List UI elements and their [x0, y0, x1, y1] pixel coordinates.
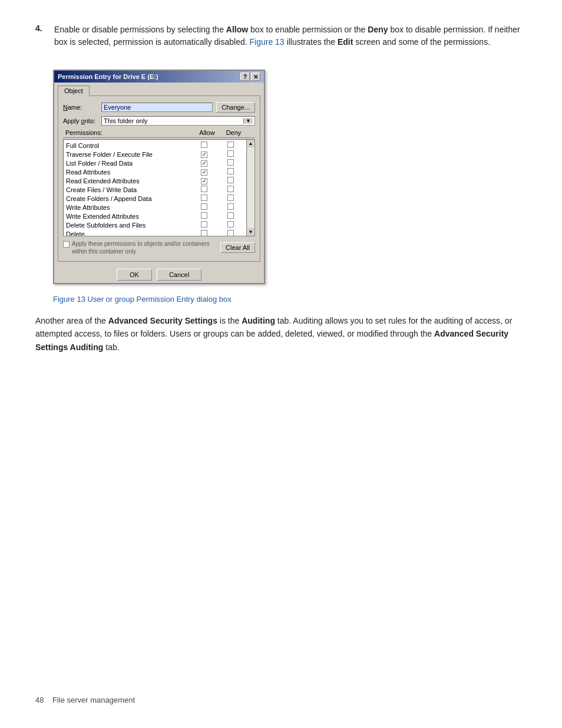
- step-text-before: Enable or disable permissions by selecti…: [54, 25, 226, 34]
- ok-button[interactable]: OK: [117, 269, 152, 281]
- checkbox-deny-fullcontrol[interactable]: [227, 141, 234, 148]
- perm-allow-deletesubfolders[interactable]: [191, 221, 217, 229]
- checkbox-deny-writeattr[interactable]: [227, 203, 234, 210]
- checkbox-deny-createfiles[interactable]: [227, 186, 234, 192]
- apply-label: Apply onto:: [63, 117, 101, 124]
- perm-name: Create Folders / Append Data: [66, 195, 191, 202]
- footer-section: File server management: [52, 696, 135, 704]
- step-text-end: screen and some of the permissions.: [353, 37, 490, 47]
- perm-deny-writeextattr[interactable]: [217, 212, 244, 220]
- checkbox-allow-deletesubfolders[interactable]: [201, 221, 207, 228]
- checkbox-allow-traverse[interactable]: [201, 151, 207, 158]
- step-number: 4.: [35, 24, 47, 48]
- checkbox-allow-delete[interactable]: [201, 230, 207, 236]
- perm-row-fullcontrol: Full Control: [64, 141, 254, 150]
- perm-allow-writeextattr[interactable]: [191, 212, 217, 220]
- auditing-bold: Auditing: [242, 316, 275, 325]
- perm-row-createfiles: Create Files / Write Data: [64, 185, 254, 194]
- perm-divider: [63, 137, 255, 138]
- checkbox-deny-delete[interactable]: [227, 230, 234, 236]
- deny-bold: Deny: [368, 25, 388, 34]
- name-row: Name: Everyone Change...: [63, 102, 255, 113]
- perm-allow-createfiles[interactable]: [191, 186, 217, 193]
- perm-row-readattr: Read Attributes: [64, 167, 254, 176]
- checkbox-deny-readextattr[interactable]: [227, 177, 234, 183]
- permissions-header: Permissions: Allow Deny: [63, 129, 255, 136]
- perm-row-readextattr: Read Extended Attributes: [64, 176, 254, 185]
- perm-deny-fullcontrol[interactable]: [217, 141, 244, 149]
- scroll-down-icon[interactable]: ▼: [247, 228, 254, 236]
- checkbox-deny-traverse[interactable]: [227, 150, 234, 157]
- perm-header-name: Permissions:: [65, 129, 194, 136]
- scroll-track: [247, 147, 254, 228]
- perm-name: Write Extended Attributes: [66, 213, 191, 220]
- tab-object[interactable]: Object: [58, 85, 90, 96]
- checkbox-allow-readattr[interactable]: [201, 169, 207, 176]
- perm-deny-readattr[interactable]: [217, 168, 244, 176]
- perm-deny-deletesubfolders[interactable]: [217, 221, 244, 229]
- checkbox-allow-fullcontrol[interactable]: [201, 141, 207, 148]
- checkbox-allow-writeextattr[interactable]: [201, 212, 207, 219]
- apply-select-value: This folder only: [104, 117, 148, 124]
- perm-row-listfolder: List Folder / Read Data: [64, 159, 254, 167]
- para-mid1: is the: [217, 316, 242, 325]
- checkbox-allow-readextattr[interactable]: [201, 178, 207, 185]
- dialog-title: Permission Entry for Drive E (E:): [58, 73, 158, 80]
- perm-allow-listfolder[interactable]: [191, 159, 217, 167]
- scroll-up-icon[interactable]: ▲: [247, 140, 254, 147]
- help-button[interactable]: ?: [240, 73, 250, 81]
- perm-row-deletesubfolders: Delete Subfolders and Files: [64, 220, 254, 229]
- perm-deny-createfolders[interactable]: [217, 195, 244, 202]
- perm-row-traverse: Traverse Folder / Execute File: [64, 150, 254, 159]
- apply-checkbox-area: Apply these permissions to objects and/o…: [63, 240, 213, 255]
- checkbox-allow-createfiles[interactable]: [201, 186, 207, 192]
- name-input[interactable]: Everyone: [101, 103, 213, 112]
- close-button[interactable]: ✕: [251, 73, 260, 81]
- perm-deny-listfolder[interactable]: [217, 159, 244, 167]
- figure13-link[interactable]: Figure 13: [250, 37, 285, 47]
- perm-row-writeextattr: Write Extended Attributes: [64, 212, 254, 220]
- perm-allow-writeattr[interactable]: [191, 203, 217, 211]
- perm-allow-fullcontrol[interactable]: [191, 141, 217, 149]
- perm-deny-createfiles[interactable]: [217, 186, 244, 193]
- perm-name: Create Files / Write Data: [66, 186, 191, 193]
- perm-allow-traverse[interactable]: [191, 150, 217, 158]
- perm-deny-readextattr[interactable]: [217, 177, 244, 185]
- dialog-titlebar: Permission Entry for Drive E (E:) ? ✕: [54, 71, 264, 83]
- page-number: 48: [35, 696, 44, 704]
- perm-header-allow: Allow: [194, 129, 220, 136]
- checkbox-deny-deletesubfolders[interactable]: [227, 221, 234, 228]
- step-text: Enable or disable permissions by selecti…: [54, 24, 527, 48]
- perm-name: Traverse Folder / Execute File: [66, 151, 191, 158]
- apply-text: Apply these permissions to objects and/o…: [72, 240, 213, 255]
- scrollbar-vertical[interactable]: ▲ ▼: [246, 140, 254, 236]
- perm-deny-writeattr[interactable]: [217, 203, 244, 211]
- checkbox-deny-createfolders[interactable]: [227, 195, 234, 201]
- checkbox-allow-listfolder[interactable]: [201, 160, 207, 167]
- checkbox-deny-listfolder[interactable]: [227, 159, 234, 166]
- perm-allow-readextattr[interactable]: [191, 177, 217, 185]
- perm-deny-traverse[interactable]: [217, 150, 244, 158]
- checkbox-allow-createfolders[interactable]: [201, 195, 207, 201]
- advanced-security-bold: Advanced Security Settings: [108, 316, 217, 325]
- apply-select[interactable]: This folder only ▼: [101, 116, 255, 126]
- checkbox-deny-writeextattr[interactable]: [227, 212, 234, 219]
- change-button[interactable]: Change...: [216, 102, 255, 113]
- bottom-section: Apply these permissions to objects and/o…: [63, 240, 255, 255]
- titlebar-buttons: ? ✕: [240, 73, 260, 81]
- perm-allow-readattr[interactable]: [191, 168, 217, 176]
- name-label: Name:: [63, 104, 101, 111]
- perm-name: Delete Subfolders and Files: [66, 222, 191, 229]
- dialog-content: Name: Everyone Change... Apply onto: Thi…: [58, 95, 260, 262]
- perm-allow-createfolders[interactable]: [191, 195, 217, 202]
- clear-all-button[interactable]: Clear All: [220, 242, 255, 253]
- perm-allow-delete[interactable]: [191, 230, 217, 236]
- perm-row-delete: Delete: [64, 229, 254, 236]
- apply-checkbox[interactable]: [63, 241, 70, 248]
- checkbox-deny-readattr[interactable]: [227, 168, 234, 174]
- checkbox-allow-writeattr[interactable]: [201, 203, 207, 210]
- dialog-tabs: Object: [54, 83, 264, 95]
- cancel-button[interactable]: Cancel: [157, 269, 201, 281]
- perm-row-writeattr: Write Attributes: [64, 203, 254, 212]
- perm-deny-delete[interactable]: [217, 230, 244, 236]
